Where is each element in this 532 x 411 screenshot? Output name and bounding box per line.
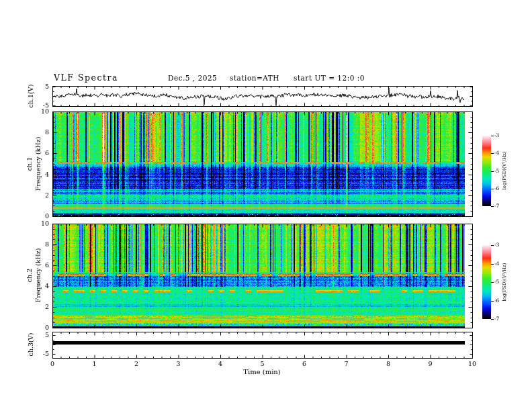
x-tick-label: 7 <box>338 361 355 367</box>
ch3-wave-y-tick-label: 5 <box>31 332 49 338</box>
ch1-spec-y-tick-label: 4 <box>31 171 49 178</box>
colorbar1-tick-label: -5 <box>494 169 499 174</box>
station-label: station=ATH <box>230 75 279 83</box>
ch1-spec-y-tick-label: 10 <box>31 108 49 115</box>
ch1-spec-y-tick-label: 6 <box>31 150 49 156</box>
ch2-spec-y-tick-label: 0 <box>31 324 49 331</box>
x-tick-label: 6 <box>296 361 313 367</box>
colorbar1-tick-label: -4 <box>494 150 499 156</box>
colorbar2-tick-label: -4 <box>494 261 499 267</box>
ch2-spec-y-tick-label: 6 <box>31 262 49 269</box>
x-tick-label: 10 <box>463 361 481 367</box>
x-tick-label: 0 <box>44 361 61 367</box>
colorbar2-tick-label: -3 <box>494 242 499 248</box>
date-label: Dec.5 , 2025 <box>168 75 217 83</box>
plot-canvas <box>0 0 532 411</box>
x-tick-label: 3 <box>170 361 187 367</box>
ch1-wave-y-tick-label: -5 <box>31 102 49 109</box>
ch2-spec-y-tick-label: 2 <box>31 304 49 310</box>
x-tick-label: 1 <box>86 361 103 367</box>
x-tick-label: 9 <box>422 361 439 367</box>
ch2-spec-y-tick-label: 4 <box>31 283 49 289</box>
x-tick-label: 5 <box>254 361 271 367</box>
x-tick-label: 2 <box>128 361 145 367</box>
ch1-spec-y-tick-label: 2 <box>31 192 49 199</box>
time-axis-label: Time (min) <box>232 368 292 375</box>
ch3-wave-y-tick-label: -5 <box>31 351 49 357</box>
ch1-wave-y-tick-label: 5 <box>31 83 49 90</box>
ch1-spec-y-tick-label: 0 <box>31 213 49 220</box>
colorbar1-tick-label: -3 <box>494 133 499 138</box>
ch2-spec-y-tick-label: 10 <box>31 220 49 227</box>
x-tick-label: 4 <box>212 361 229 367</box>
colorbar1-tick-label: -6 <box>494 186 499 191</box>
ch1-spec-y-tick-label: 8 <box>31 129 49 136</box>
x-tick-label: 8 <box>380 361 397 367</box>
ch2-spec-y-tick-label: 8 <box>31 241 49 248</box>
colorbar2-tick-label: -5 <box>494 279 499 285</box>
vlf-spectra-figure: VLF Spectra Dec.5 , 2025 station=ATH sta… <box>0 0 532 411</box>
start-ut-label: start UT = 12:0 :0 <box>294 75 365 83</box>
page-title: VLF Spectra <box>54 73 118 83</box>
colorbar2-tick-label: -7 <box>494 316 499 322</box>
colorbar1-tick-label: -7 <box>494 203 499 209</box>
colorbar2-tick-label: -6 <box>494 298 499 304</box>
